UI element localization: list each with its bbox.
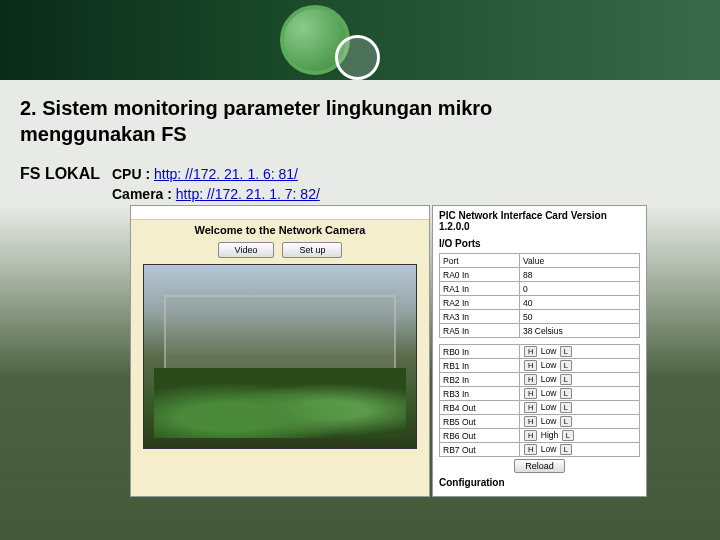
- pic-title: PIC Network Interface Card Version 1.2.0…: [439, 210, 640, 232]
- state-label: Low: [538, 388, 558, 398]
- state-label: Low: [538, 416, 558, 426]
- cpu-label: CPU :: [112, 166, 154, 182]
- low-button[interactable]: L: [560, 388, 572, 399]
- table-row: RB4 OutH Low L: [440, 401, 640, 415]
- table-row: RB2 InH Low L: [440, 373, 640, 387]
- pic-panel: PIC Network Interface Card Version 1.2.0…: [432, 205, 647, 497]
- table-header-row: Port Value: [440, 254, 640, 268]
- state-label: Low: [538, 360, 558, 370]
- state-label: High: [538, 430, 560, 440]
- value-cell: H Low L: [520, 401, 640, 415]
- title-line1: 2. Sistem monitoring parameter lingkunga…: [20, 97, 492, 119]
- fs-lokal-label: FS LOKAL: [20, 165, 100, 183]
- value-cell: 38 Celsius: [520, 324, 640, 338]
- value-cell: 50: [520, 310, 640, 324]
- camera-panel: Welcome to the Network Camera Video Set …: [130, 205, 430, 497]
- low-button[interactable]: L: [560, 402, 572, 413]
- low-button[interactable]: L: [560, 416, 572, 427]
- camera-label: Camera :: [112, 186, 176, 202]
- table-row: RA1 In0: [440, 282, 640, 296]
- col-port: Port: [440, 254, 520, 268]
- value-cell: H Low L: [520, 415, 640, 429]
- port-cell: RA2 In: [440, 296, 520, 310]
- low-button[interactable]: L: [560, 346, 572, 357]
- table-row: RA3 In50: [440, 310, 640, 324]
- low-button[interactable]: L: [560, 374, 572, 385]
- value-cell: H Low L: [520, 443, 640, 457]
- state-label: Low: [538, 444, 558, 454]
- table-row: RA2 In40: [440, 296, 640, 310]
- high-button[interactable]: H: [524, 416, 537, 427]
- value-cell: 0: [520, 282, 640, 296]
- high-button[interactable]: H: [524, 360, 537, 371]
- high-button[interactable]: H: [524, 444, 537, 455]
- port-cell: RB0 In: [440, 345, 520, 359]
- state-label: Low: [538, 346, 558, 356]
- low-button[interactable]: L: [562, 430, 574, 441]
- camera-welcome: Welcome to the Network Camera: [131, 220, 429, 240]
- port-cell: RB1 In: [440, 359, 520, 373]
- col-value: Value: [520, 254, 640, 268]
- value-cell: H Low L: [520, 359, 640, 373]
- port-cell: RB4 Out: [440, 401, 520, 415]
- value-cell: H High L: [520, 429, 640, 443]
- camera-buttons: Video Set up: [131, 240, 429, 264]
- high-button[interactable]: H: [524, 402, 537, 413]
- state-label: Low: [538, 402, 558, 412]
- port-cell: RA0 In: [440, 268, 520, 282]
- video-button[interactable]: Video: [218, 242, 275, 258]
- table-row: RB1 InH Low L: [440, 359, 640, 373]
- table-row: RB3 InH Low L: [440, 387, 640, 401]
- table-row: RA5 In38 Celsius: [440, 324, 640, 338]
- high-button[interactable]: H: [524, 388, 537, 399]
- camera-video-feed: [143, 264, 417, 449]
- screenshot-panels: Welcome to the Network Camera Video Set …: [130, 205, 647, 497]
- title-line2: menggunakan FS: [20, 123, 187, 145]
- configuration-header: Configuration: [439, 477, 640, 488]
- high-button[interactable]: H: [524, 430, 537, 441]
- cpu-link[interactable]: http: //172. 21. 1. 6: 81/: [154, 166, 298, 182]
- state-label: Low: [538, 374, 558, 384]
- port-cell: RB3 In: [440, 387, 520, 401]
- port-cell: RB7 Out: [440, 443, 520, 457]
- io-ports-header: I/O Ports: [439, 238, 640, 249]
- setup-button[interactable]: Set up: [282, 242, 342, 258]
- camera-link[interactable]: http: //172. 21. 1. 7: 82/: [176, 186, 320, 202]
- low-button[interactable]: L: [560, 360, 572, 371]
- port-cell: RA5 In: [440, 324, 520, 338]
- value-cell: 88: [520, 268, 640, 282]
- value-cell: H Low L: [520, 373, 640, 387]
- port-cell: RB6 Out: [440, 429, 520, 443]
- camera-topbar: [131, 206, 429, 220]
- table-row: RB5 OutH Low L: [440, 415, 640, 429]
- link-row: FS LOKAL CPU : http: //172. 21. 1. 6: 81…: [20, 165, 700, 204]
- value-cell: H Low L: [520, 387, 640, 401]
- rb-table: RB0 InH Low LRB1 InH Low LRB2 InH Low LR…: [439, 344, 640, 457]
- table-row: RB0 InH Low L: [440, 345, 640, 359]
- links-block: CPU : http: //172. 21. 1. 6: 81/ Camera …: [112, 165, 320, 204]
- high-button[interactable]: H: [524, 346, 537, 357]
- port-cell: RB2 In: [440, 373, 520, 387]
- high-button[interactable]: H: [524, 374, 537, 385]
- reload-button[interactable]: Reload: [514, 459, 565, 473]
- table-row: RA0 In88: [440, 268, 640, 282]
- table-row: RB7 OutH Low L: [440, 443, 640, 457]
- port-cell: RA1 In: [440, 282, 520, 296]
- value-cell: H Low L: [520, 345, 640, 359]
- table-row: RB6 OutH High L: [440, 429, 640, 443]
- slide-title: 2. Sistem monitoring parameter lingkunga…: [20, 95, 700, 147]
- port-cell: RB5 Out: [440, 415, 520, 429]
- slide-content: 2. Sistem monitoring parameter lingkunga…: [20, 95, 700, 204]
- value-cell: 40: [520, 296, 640, 310]
- io-table: Port Value RA0 In88RA1 In0RA2 In40RA3 In…: [439, 253, 640, 338]
- low-button[interactable]: L: [560, 444, 572, 455]
- port-cell: RA3 In: [440, 310, 520, 324]
